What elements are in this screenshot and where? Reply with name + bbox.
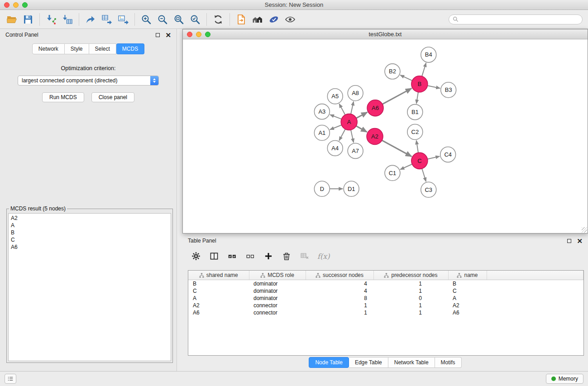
graph-edge-A-A8[interactable]	[351, 101, 354, 114]
table-row[interactable]: A6connector11A6	[188, 309, 583, 316]
table-row[interactable]: Adominator80A	[188, 295, 583, 302]
tab-mcds[interactable]: MCDS	[116, 43, 144, 54]
resize-handle[interactable]	[582, 227, 587, 233]
graph-edge-A-A2[interactable]	[356, 126, 367, 132]
tab-network[interactable]: Network	[32, 43, 65, 54]
zoom-selected-button[interactable]	[187, 12, 203, 27]
mcds-result-list[interactable]: A2ABCA6	[8, 213, 171, 361]
graph-edge-C-C1[interactable]	[400, 164, 412, 170]
function-builder-button[interactable]: f(x)	[317, 252, 330, 261]
mcds-result-item[interactable]: A2	[11, 214, 168, 222]
open-session-button[interactable]	[4, 12, 20, 27]
mcds-result-item[interactable]: B	[11, 229, 168, 236]
network-overview-button[interactable]	[249, 12, 266, 27]
network-window-controls	[187, 32, 210, 37]
graph-edge-A2-C[interactable]	[382, 140, 411, 157]
tab-network-table[interactable]: Network Table	[388, 357, 435, 368]
unchecked-boxes-icon	[246, 252, 255, 261]
delete-table-icon	[300, 252, 309, 261]
task-history-button[interactable]	[5, 374, 16, 384]
float-panel-icon[interactable]	[156, 33, 160, 37]
delete-column-button[interactable]	[281, 251, 292, 262]
network-graph: B4B2BB3A8A5A6A3B1AC2A1A2A4A7C4CC1DD1C3	[183, 40, 588, 233]
network-minimize-button[interactable]	[196, 32, 201, 37]
refresh-layout-button[interactable]	[210, 12, 226, 27]
column-header-mcds-role[interactable]: MCDS role	[249, 271, 306, 280]
status-bar: Memory	[0, 371, 588, 386]
graph-node-label: B2	[389, 68, 396, 75]
network-close-button[interactable]	[187, 32, 192, 37]
graph-edge-A-A3[interactable]	[330, 114, 341, 119]
export-network-button[interactable]	[82, 12, 99, 27]
close-panel-icon[interactable]: ✕	[165, 32, 171, 38]
memory-status-icon	[551, 376, 556, 381]
column-header-shared-name[interactable]: shared name	[188, 271, 249, 280]
import-table-icon	[62, 14, 73, 25]
graph-edge-B-B4[interactable]	[422, 63, 426, 76]
select-all-columns-button[interactable]	[227, 251, 238, 262]
tab-motifs[interactable]: Motifs	[435, 357, 462, 368]
graph-edge-A-A7[interactable]	[351, 130, 354, 143]
show-hide-button[interactable]	[282, 12, 298, 27]
show-columns-button[interactable]	[209, 251, 220, 262]
export-table-button[interactable]	[99, 12, 115, 27]
save-session-button[interactable]	[20, 12, 36, 27]
zoom-in-button[interactable]	[138, 12, 154, 27]
main-toolbar	[0, 10, 588, 29]
table-row[interactable]: Cdominator41C	[188, 287, 583, 295]
graph-edge-A-A5[interactable]	[339, 104, 345, 114]
criterion-dropdown[interactable]: largest connected component (directed)	[18, 76, 159, 86]
zoom-out-button[interactable]	[154, 12, 171, 27]
table-row[interactable]: Bdominator41B	[188, 280, 583, 288]
search-input[interactable]	[461, 16, 578, 23]
graph-edge-A-A1[interactable]	[330, 125, 342, 129]
create-column-button[interactable]	[263, 251, 274, 262]
tab-edge-table[interactable]: Edge Table	[349, 357, 388, 368]
command-document-button[interactable]	[233, 12, 249, 27]
graph-edge-C-C2[interactable]	[416, 140, 418, 152]
zoom-fit-button[interactable]	[171, 12, 187, 27]
network-zoom-button[interactable]	[205, 32, 210, 37]
tab-node-table[interactable]: Node Table	[309, 357, 349, 368]
table-settings-button[interactable]	[191, 251, 201, 262]
tab-style[interactable]: Style	[65, 43, 89, 54]
graph-edge-C-C4[interactable]	[427, 157, 440, 159]
graph-edge-A6-B[interactable]	[382, 88, 411, 104]
export-image-button[interactable]	[115, 12, 131, 27]
table-panel-title: Table Panel	[188, 238, 216, 244]
graph-edge-B-B2[interactable]	[400, 75, 412, 81]
delete-table-button[interactable]	[299, 251, 310, 262]
search-field[interactable]	[449, 14, 583, 24]
graph-edge-A-A6[interactable]	[356, 112, 367, 118]
minimize-window-button[interactable]	[13, 2, 19, 8]
unselect-all-columns-button[interactable]	[245, 251, 256, 262]
graph-edge-B-B3[interactable]	[427, 86, 440, 88]
memory-button[interactable]: Memory	[546, 374, 583, 384]
tab-select[interactable]: Select	[89, 43, 116, 54]
mcds-result-item[interactable]: A	[11, 222, 168, 229]
column-header-predecessor-nodes[interactable]: predecessor nodes	[373, 271, 448, 280]
mcds-result-item[interactable]: A6	[11, 243, 168, 251]
float-table-panel-icon[interactable]	[567, 239, 571, 243]
graph-node-label: C1	[389, 170, 397, 176]
column-header-name[interactable]: name	[448, 271, 487, 280]
network-window-title: testGlobe.txt	[183, 31, 588, 38]
table-cell: A2	[448, 302, 487, 309]
graph-edge-A-A4[interactable]	[339, 129, 345, 140]
network-canvas[interactable]: B4B2BB3A8A5A6A3B1AC2A1A2A4A7C4CC1DD1C3	[183, 40, 588, 233]
graph-edge-C-C3[interactable]	[422, 169, 426, 182]
document-export-icon	[236, 14, 247, 25]
zoom-window-button[interactable]	[22, 2, 28, 8]
run-mcds-button[interactable]: Run MCDS	[42, 92, 84, 102]
import-table-button[interactable]	[59, 12, 76, 27]
node-table[interactable]: shared name MCDS role successor nodes pr…	[188, 270, 584, 356]
close-table-panel-icon[interactable]: ✕	[577, 238, 583, 244]
close-panel-button[interactable]: Close panel	[91, 92, 134, 102]
column-header-successor-nodes[interactable]: successor nodes	[306, 271, 373, 280]
mcds-result-item[interactable]: C	[11, 236, 168, 243]
import-network-button[interactable]	[43, 12, 59, 27]
graphics-details-button[interactable]	[266, 12, 282, 27]
table-row[interactable]: A2connector11A2	[188, 302, 583, 309]
close-window-button[interactable]	[4, 2, 10, 8]
graph-edge-B-B1[interactable]	[416, 92, 418, 103]
